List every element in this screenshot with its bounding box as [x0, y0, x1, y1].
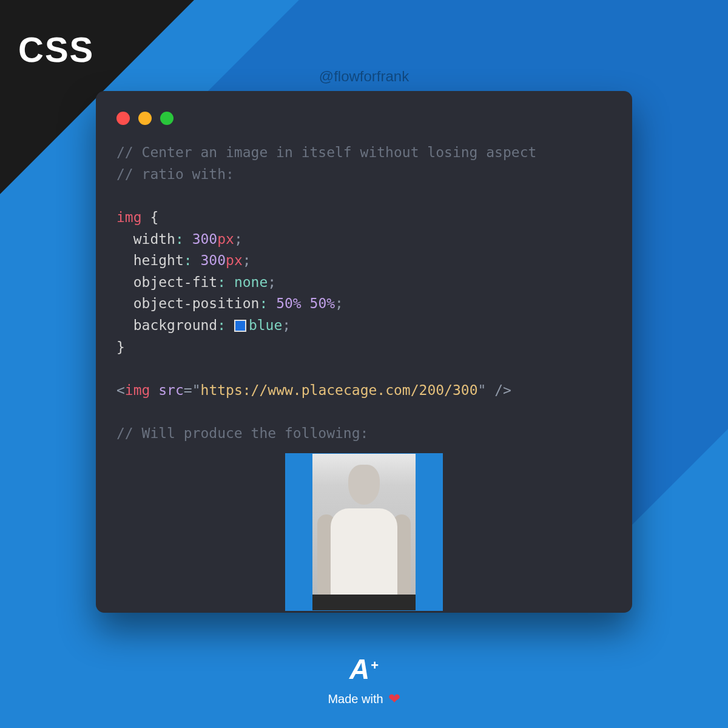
author-handle: @flowforfrank — [319, 68, 409, 85]
logo-plus-icon: + — [371, 658, 379, 673]
maximize-icon[interactable] — [160, 112, 174, 125]
code-property: background — [133, 317, 217, 333]
code-value: 300 — [201, 252, 226, 268]
minimize-icon[interactable] — [138, 112, 152, 125]
footer: A + Made with ❤ — [328, 653, 400, 707]
made-with-text: Made with ❤ — [328, 690, 400, 707]
code-attr: src — [158, 382, 184, 398]
logo-letter: A — [349, 653, 368, 686]
close-icon[interactable] — [116, 112, 130, 125]
code-comment: // Will produce the following: — [116, 425, 368, 441]
color-swatch-icon — [234, 320, 246, 332]
code-unit: px — [217, 231, 234, 247]
code-property: object-position — [133, 295, 260, 311]
logo: A + — [328, 653, 400, 686]
code-comment: // Center an image in itself without los… — [116, 144, 536, 160]
output-preview — [116, 453, 612, 611]
output-image — [312, 454, 416, 610]
css-badge: CSS — [18, 29, 94, 70]
code-value: none — [234, 274, 268, 290]
code-value: 50% — [276, 295, 302, 311]
code-value: blue — [249, 317, 282, 333]
code-window: // Center an image in itself without los… — [96, 91, 632, 613]
code-unit: px — [226, 252, 243, 268]
code-property: height — [133, 252, 184, 268]
code-property: object-fit — [133, 274, 217, 290]
code-comment: // ratio with: — [116, 166, 234, 182]
heart-icon: ❤ — [388, 690, 400, 707]
code-block: // Center an image in itself without los… — [116, 142, 612, 445]
code-selector: img — [116, 209, 142, 225]
made-with-label: Made with — [328, 692, 383, 706]
code-string: https://www.placecage.com/200/300 — [201, 382, 478, 398]
code-tag: img — [125, 382, 150, 398]
output-frame — [285, 453, 443, 611]
code-value: 50% — [310, 295, 335, 311]
code-property: width — [133, 231, 175, 247]
window-controls — [116, 112, 612, 125]
code-value: 300 — [192, 231, 218, 247]
